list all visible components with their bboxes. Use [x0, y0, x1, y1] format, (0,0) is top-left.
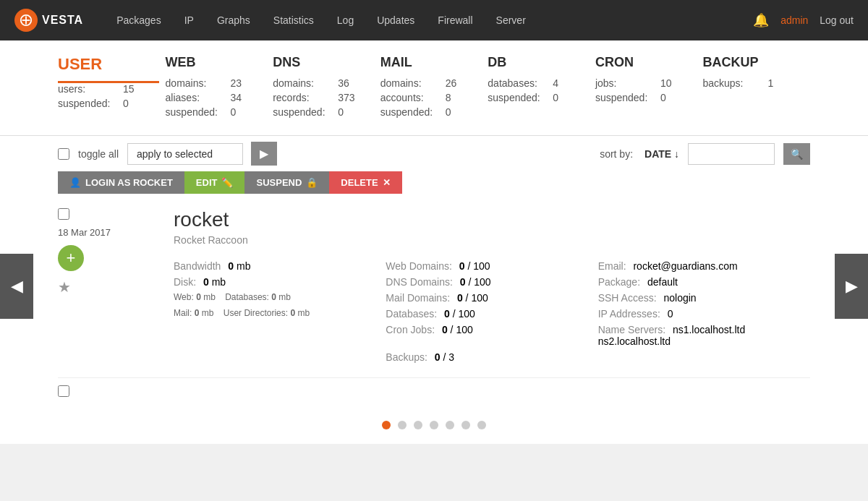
delete-button[interactable]: DELETE ✕ [329, 171, 401, 194]
delete-label: DELETE [341, 177, 378, 188]
pagination-dot-3[interactable] [414, 421, 422, 429]
logo-icon [14, 9, 38, 32]
dns-label-1: records: [273, 92, 338, 103]
card-left: 18 Mar 2017 + ★ [58, 208, 174, 363]
pagination-dot-6[interactable] [461, 421, 470, 429]
mail-value-1: 8 [446, 92, 451, 103]
web-row-1: aliases: 34 [166, 92, 273, 103]
web-row-0: domains: 23 [166, 77, 273, 89]
next-nav-button[interactable]: ▶ [835, 254, 868, 319]
sub-web-label: Web: [174, 292, 194, 302]
cron-row-0: jobs: 10 [595, 77, 703, 89]
db-row-1: suspended: 0 [488, 92, 595, 103]
cron-jobs-value: 0 / 100 [442, 324, 473, 335]
apply-select[interactable]: apply to selected Delete Suspend Unsuspe… [127, 143, 243, 165]
dns-label-2: suspended: [273, 106, 338, 118]
dns-value-1: 373 [338, 92, 354, 103]
stat-cron: CRON jobs: 10 suspended: 0 [595, 55, 703, 121]
backup-row-0: backups: 1 [702, 77, 810, 89]
user-value-1: 0 [123, 98, 129, 109]
edit-button[interactable]: EDIT ✏️ [184, 171, 245, 194]
cron-label-1: suspended: [595, 92, 660, 103]
card-area: ◀ ▶ 18 Mar 2017 + ★ rocket Rocket Raccoo… [0, 194, 868, 378]
nav-log[interactable]: Log [326, 0, 365, 40]
nav-firewall[interactable]: Firewall [426, 0, 484, 40]
prev-nav-button[interactable]: ◀ [0, 254, 33, 319]
mail-label-1: accounts: [380, 92, 446, 103]
nav-links: Packages IP Graphs Statistics Log Update… [105, 0, 753, 40]
pagination-dot-7[interactable] [477, 421, 486, 429]
card-main: rocket Rocket Raccoon Bandwidth 0 mb Web… [174, 208, 810, 363]
web-label-1: aliases: [166, 92, 231, 103]
bandwidth-label: Bandwidth [174, 260, 221, 272]
detail-dns-domains: DNS Domains: 0 / 100 [386, 276, 597, 288]
disk-label: Disk: [174, 276, 196, 288]
admin-link[interactable]: admin [780, 14, 808, 26]
sub-mail-label: Mail: [174, 308, 192, 318]
pagination-dot-5[interactable] [446, 421, 454, 429]
card-date: 18 Mar 2017 [58, 227, 111, 238]
logo[interactable]: VESTA [14, 9, 83, 32]
mail-row-1: accounts: 8 [380, 92, 488, 103]
nav-updates[interactable]: Updates [365, 0, 426, 40]
logout-link[interactable]: Log out [820, 14, 854, 26]
mail-label-0: domains: [380, 77, 446, 89]
sub-userdir-label: User Directories: [224, 308, 288, 318]
suspend-button[interactable]: SUSPEND 🔒 [244, 171, 329, 194]
detail-empty3 [598, 351, 810, 363]
ssh-label: SSH Access: [598, 292, 657, 304]
toolbar: toggle all apply to selected Delete Susp… [0, 135, 868, 171]
stat-db-title: DB [488, 55, 595, 70]
detail-mail-domains: Mail Domains: 0 / 100 [386, 292, 597, 304]
nav-statistics[interactable]: Statistics [262, 0, 326, 40]
stat-cron-title: CRON [595, 55, 703, 70]
add-user-button[interactable]: + [58, 245, 84, 271]
dns-value-2: 0 [338, 106, 344, 118]
sort-value: DATE ↓ [644, 148, 679, 160]
nav-ip[interactable]: IP [173, 0, 205, 40]
detail-cron-jobs: Cron Jobs: 0 / 100 [386, 324, 597, 347]
email-value: rocket@guardians.com [633, 260, 737, 272]
pagination-dot-4[interactable] [430, 421, 438, 429]
pagination-dot-2[interactable] [398, 421, 407, 429]
stat-backup: BACKUP backups: 1 [702, 55, 810, 121]
user-row-0: users: 15 [58, 83, 166, 95]
bell-icon[interactable]: 🔔 [753, 12, 769, 28]
detail-disk: Disk: 0 mb [174, 276, 386, 288]
user-value-0: 15 [123, 83, 135, 95]
detail-email: Email: rocket@guardians.com [598, 260, 810, 272]
apply-go-button[interactable]: ▶ [251, 142, 277, 166]
email-label: Email: [598, 260, 626, 272]
pagination-dot-1[interactable] [382, 421, 391, 429]
disk-value: 0 mb [203, 276, 226, 288]
sub-db-label: Databases: [225, 292, 269, 302]
sub-mail-unit: mb [202, 308, 214, 318]
dns-domains-value: 0 / 100 [460, 276, 491, 288]
detail-ip-addresses: IP Addresses: 0 [598, 308, 810, 320]
detail-web-domains: Web Domains: 0 / 100 [386, 260, 597, 272]
stat-mail-title: MAIL [380, 55, 488, 70]
suspend-label: SUSPEND [256, 177, 302, 188]
nav-server[interactable]: Server [485, 0, 537, 40]
sub-web-unit: mb [203, 292, 216, 302]
mail-row-0: domains: 26 [380, 77, 488, 89]
card-details: Bandwidth 0 mb Web Domains: 0 / 100 Emai… [174, 260, 810, 363]
search-input[interactable] [688, 143, 775, 165]
logo-text: VESTA [42, 14, 83, 27]
login-as-rocket-button[interactable]: 👤 LOGIN AS ROCKET [58, 171, 184, 194]
card-checkbox[interactable] [58, 208, 69, 220]
star-icon[interactable]: ★ [58, 278, 71, 296]
dns-value-0: 36 [338, 77, 349, 89]
nav-graphs[interactable]: Graphs [205, 0, 262, 40]
search-button[interactable]: 🔍 [783, 143, 810, 165]
mail-domains-label: Mail Domains: [386, 292, 450, 304]
delete-icon: ✕ [383, 177, 391, 188]
user-label-1: suspended: [58, 98, 123, 109]
web-row-2: suspended: 0 [166, 106, 273, 118]
toggle-all-checkbox[interactable] [58, 148, 69, 160]
bottom-checkbox[interactable] [58, 385, 69, 397]
stats-header: USER users: 15 suspended: 0 WEB domains:… [0, 40, 868, 135]
bottom-checkbox-area [0, 378, 868, 406]
cron-value-1: 0 [660, 92, 666, 103]
nav-packages[interactable]: Packages [105, 0, 172, 40]
